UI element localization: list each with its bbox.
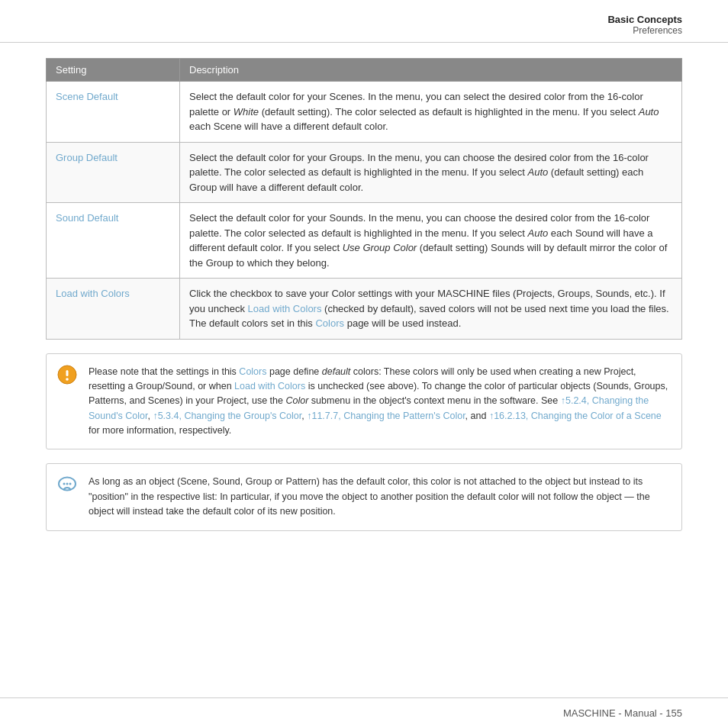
link-534[interactable]: ↑5.3.4, Changing the Group's Color xyxy=(153,411,301,421)
italic-use-group-color: Use Group Color xyxy=(343,242,417,253)
link-16213[interactable]: ↑16.2.13, Changing the Color of a Scene xyxy=(489,411,662,421)
link-1177[interactable]: ↑11.7.7, Changing the Pattern's Color xyxy=(307,411,465,421)
link-load-with-colors[interactable]: Load with Colors xyxy=(248,303,322,314)
setting-load-with-colors[interactable]: Load with Colors xyxy=(47,279,180,340)
setting-group-default[interactable]: Group Default xyxy=(47,142,180,203)
table-row: Sound Default Select the default color f… xyxy=(47,203,682,279)
setting-scene-default[interactable]: Scene Default xyxy=(47,82,180,143)
table-row: Group Default Select the default color f… xyxy=(47,142,682,203)
note1-text: Please note that the settings in this Co… xyxy=(89,366,668,436)
header-subtitle: Preferences xyxy=(46,25,682,36)
desc-group-default: Select the default color for your Groups… xyxy=(180,142,682,203)
italic-color: Color xyxy=(285,395,308,406)
table-row: Scene Default Select the default color f… xyxy=(47,82,682,143)
comment-note-box: As long as an object (Scene, Sound, Grou… xyxy=(46,463,682,530)
footer-text: MASCHINE - Manual - 155 xyxy=(563,707,682,719)
setting-sound-default[interactable]: Sound Default xyxy=(47,203,180,279)
page-container: Basic Concepts Preferences Setting Descr… xyxy=(0,0,728,728)
svg-rect-1 xyxy=(66,370,69,376)
comment-icon xyxy=(57,475,79,496)
page-header: Basic Concepts Preferences xyxy=(0,0,728,43)
table-row: Load with Colors Click the checkbox to s… xyxy=(47,279,682,340)
italic-auto-group: Auto xyxy=(527,166,548,178)
italic-auto-sound: Auto xyxy=(527,227,548,239)
link-colors-page[interactable]: Colors xyxy=(315,317,344,329)
link-colors-note[interactable]: Colors xyxy=(239,366,266,377)
header-title: Basic Concepts xyxy=(46,14,682,25)
italic-auto: Auto xyxy=(639,106,659,118)
warning-note-box: Please note that the settings in this Co… xyxy=(46,353,682,450)
desc-scene-default: Select the default color for your Scenes… xyxy=(180,82,682,143)
svg-point-4 xyxy=(63,483,66,485)
link-load-colors-note[interactable]: Load with Colors xyxy=(234,381,305,391)
main-content: Setting Description Scene Default Select… xyxy=(0,43,728,560)
warning-icon xyxy=(57,365,79,386)
italic-white: White xyxy=(234,106,259,118)
desc-load-with-colors: Click the checkbox to save your Color se… xyxy=(180,279,682,340)
italic-default: default xyxy=(322,366,351,377)
col-setting: Setting xyxy=(47,59,180,82)
col-description: Description xyxy=(180,59,682,82)
page-footer: MASCHINE - Manual - 155 xyxy=(0,697,728,728)
svg-point-2 xyxy=(66,378,69,381)
svg-point-5 xyxy=(66,483,69,485)
svg-point-6 xyxy=(69,483,72,485)
settings-table: Setting Description Scene Default Select… xyxy=(46,58,682,340)
note2-text: As long as an object (Scene, Sound, Grou… xyxy=(89,476,650,517)
desc-sound-default: Select the default color for your Sounds… xyxy=(180,203,682,279)
